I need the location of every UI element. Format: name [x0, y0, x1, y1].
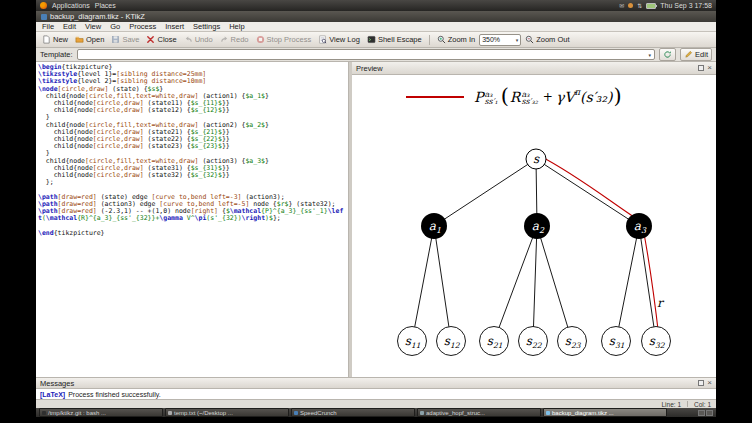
menu-help[interactable]: Help	[229, 22, 244, 31]
code-line[interactable]: child{node[circle,draw] (state12) {$s_{1…	[38, 107, 347, 114]
code-line[interactable]: \path[draw=red] (-2.3,1) -- +(1,0) node[…	[38, 208, 347, 222]
clock[interactable]: Thu Sep 3 17:58	[660, 2, 712, 9]
menu-view[interactable]: View	[85, 22, 101, 31]
template-edit-label: Edit	[695, 50, 708, 59]
undo-button[interactable]: Undo	[181, 34, 216, 45]
taskbar-app-icon	[420, 411, 424, 415]
code-line[interactable]: child{node[circle,draw] (state23) {$s_{2…	[38, 143, 347, 150]
pencil-icon	[684, 50, 693, 59]
session-indicator-icon[interactable]	[628, 3, 633, 8]
preview-canvas[interactable]: P a₃ ss′₁ ( R a₃ ss′₃₂ + γV π	[352, 75, 716, 377]
save-button[interactable]: Save	[108, 34, 142, 45]
chevron-down-icon[interactable]: ▾	[649, 52, 652, 58]
taskbar-button[interactable]: /tmp/ktikz.git : bash ...	[39, 408, 163, 417]
open-button[interactable]: Open	[72, 34, 107, 45]
taskbar-windows: /tmp/ktikz.git : bash ...temp.txt (~/Des…	[36, 408, 716, 417]
ktikz-app-icon	[41, 14, 47, 20]
taskbar-app-icon	[42, 411, 46, 415]
battery-icon[interactable]	[646, 3, 656, 9]
status-col: Col: 1	[694, 401, 711, 408]
messages-output[interactable]: [LaTeX] Process finished successfully.	[36, 389, 716, 399]
taskbar-app-icon	[546, 411, 550, 415]
zoom-in-button[interactable]: Zoom In	[434, 34, 479, 45]
code-line[interactable]: \end{tikzpicture}	[38, 230, 347, 237]
stop-process-button[interactable]: Stop Process	[253, 34, 315, 45]
taskbar-button[interactable]: temp.txt (~/Desktop ...	[165, 408, 289, 417]
label-s11-sub: 11	[411, 341, 421, 350]
window-titlebar[interactable]: backup_diagram.tikz - KTikZ	[36, 11, 716, 22]
zoom-level-combobox[interactable]: 350% ▾	[479, 34, 521, 46]
close-label: Close	[157, 35, 176, 44]
statusbar: Line: 1 Col: 1	[36, 399, 716, 408]
mail-indicator-icon[interactable]: ✉	[619, 3, 624, 9]
close-button[interactable]: Close	[143, 34, 179, 45]
label-s22-sub: 22	[532, 341, 543, 350]
new-file-icon	[42, 35, 51, 44]
label-s: s	[533, 152, 540, 166]
template-reload-button[interactable]	[659, 48, 676, 61]
redo-button[interactable]: Redo	[217, 34, 252, 45]
menu-go[interactable]: Go	[110, 22, 120, 31]
zoom-out-label: Zoom Out	[536, 35, 569, 44]
code-editor[interactable]: \begin{tikzpicture}\tikzstyle{level 1}=[…	[36, 62, 349, 377]
new-button[interactable]: New	[39, 34, 71, 45]
panel-menu-places[interactable]: Places	[95, 2, 116, 9]
close-x-icon	[146, 35, 155, 44]
label-s23-sub: 23	[571, 341, 582, 350]
zoom-out-button[interactable]: Zoom Out	[522, 34, 572, 45]
close-pane-icon[interactable]: ×	[707, 65, 712, 71]
zoom-in-label: Zoom In	[448, 35, 476, 44]
template-bar: Template: ▾ Edit	[36, 48, 716, 62]
code-line[interactable]: };	[38, 179, 347, 186]
system-tray: ✉ ⇅ Thu Sep 3 17:58	[619, 2, 712, 9]
shell-escape-button[interactable]: Shell Escape	[364, 34, 425, 45]
label-s31-sub: 31	[615, 341, 625, 350]
taskbar-button[interactable]: adaptive_hopf_struc...	[417, 408, 541, 417]
float-pane-icon[interactable]	[698, 380, 704, 386]
menubar: FileEditViewGoProcessInsertSettingsHelp	[36, 22, 716, 32]
taskbar-label: adaptive_hopf_struc...	[426, 410, 485, 416]
menu-insert[interactable]: Insert	[165, 22, 184, 31]
panel-menu-applications[interactable]: Applications	[52, 2, 90, 9]
status-line: Line: 1	[661, 401, 681, 408]
label-s12-sub: 12	[450, 341, 461, 350]
menu-settings[interactable]: Settings	[193, 22, 220, 31]
menu-edit[interactable]: Edit	[63, 22, 76, 31]
taskbar-app-icon	[168, 411, 172, 415]
taskbar-button[interactable]: backup_diagram.tikz ...	[543, 408, 667, 417]
label-s21-sub: 21	[493, 341, 503, 350]
workspace-thumb[interactable]	[706, 410, 713, 416]
view-log-button[interactable]: View Log	[315, 34, 363, 45]
ubuntu-logo-icon[interactable]	[40, 2, 47, 9]
taskbar-button[interactable]: SpeedCrunch	[291, 408, 415, 417]
status-separator	[687, 401, 688, 407]
template-combobox[interactable]: ▾	[77, 49, 656, 60]
workspace-thumb[interactable]	[698, 410, 705, 416]
taskbar-label: temp.txt (~/Desktop ...	[174, 410, 233, 416]
network-icon[interactable]: ⇅	[637, 3, 642, 9]
menu-file[interactable]: File	[42, 22, 54, 31]
log-document-icon	[318, 35, 327, 44]
new-label: New	[53, 35, 68, 44]
float-pane-icon[interactable]	[698, 65, 704, 71]
screen: Applications Places ✉ ⇅ Thu Sep 3 17:58 …	[36, 0, 716, 417]
undo-arrow-icon	[184, 35, 193, 44]
main-area: \begin{tikzpicture}\tikzstyle{level 1}=[…	[36, 62, 716, 377]
code-line[interactable]: child{node[circle,draw] (state32) {$s_{3…	[38, 172, 347, 179]
save-disk-icon	[111, 35, 120, 44]
close-pane-icon[interactable]: ×	[707, 380, 712, 386]
workspace-switcher[interactable]	[698, 410, 713, 416]
preview-pane: Preview × P a₃ ss′₁ (	[352, 62, 716, 377]
toolbar: New Open Save Close Undo Redo	[36, 32, 716, 48]
label-a1-sub: 1	[436, 226, 441, 235]
template-edit-button[interactable]: Edit	[680, 48, 712, 61]
taskbar-label: backup_diagram.tikz ...	[552, 410, 614, 416]
preview-title: Preview	[356, 64, 383, 73]
save-label: Save	[122, 35, 139, 44]
refresh-icon	[663, 50, 672, 59]
menu-process[interactable]: Process	[129, 22, 156, 31]
stop-process-label: Stop Process	[267, 35, 312, 44]
edge-label-r: r	[657, 296, 665, 310]
chevron-down-icon[interactable]: ▾	[516, 37, 519, 43]
undo-label: Undo	[195, 35, 213, 44]
